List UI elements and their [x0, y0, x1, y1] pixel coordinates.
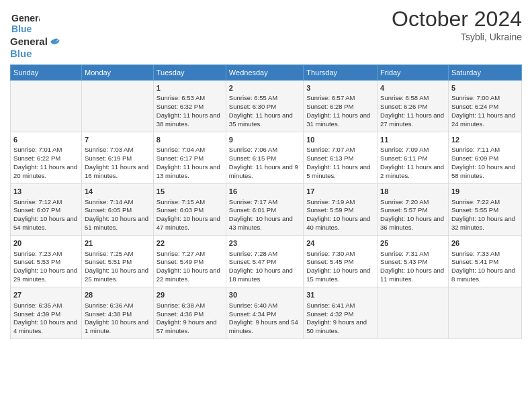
week-row-1: 6Sunrise: 7:01 AMSunset: 6:22 PMDaylight… — [11, 132, 522, 183]
header-row: Sunday Monday Tuesday Wednesday Thursday… — [11, 64, 522, 80]
svg-text:Blue: Blue — [11, 24, 32, 34]
day-info: Sunrise: 7:27 AMSunset: 5:49 PMDaylight:… — [157, 250, 223, 284]
col-friday: Friday — [378, 64, 449, 80]
day-cell: 12Sunrise: 7:11 AMSunset: 6:09 PMDayligh… — [448, 132, 521, 183]
day-info: Sunrise: 7:20 AMSunset: 5:57 PMDaylight:… — [380, 198, 445, 232]
day-cell: 4Sunrise: 6:58 AMSunset: 6:26 PMDaylight… — [378, 80, 449, 132]
week-row-0: 1Sunrise: 6:53 AMSunset: 6:32 PMDaylight… — [11, 80, 522, 132]
day-cell — [378, 287, 449, 338]
day-cell: 16Sunrise: 7:17 AMSunset: 6:01 PMDayligh… — [226, 183, 303, 235]
day-number: 24 — [306, 238, 374, 248]
day-info: Sunrise: 7:14 AMSunset: 6:05 PMDaylight:… — [85, 198, 150, 232]
day-cell: 20Sunrise: 7:23 AMSunset: 5:53 PMDayligh… — [11, 235, 82, 287]
day-cell: 22Sunrise: 7:27 AMSunset: 5:49 PMDayligh… — [153, 235, 226, 287]
day-info: Sunrise: 7:03 AMSunset: 6:19 PMDaylight:… — [85, 146, 150, 180]
logo: General Blue General Blue — [10, 7, 61, 59]
day-info: Sunrise: 7:17 AMSunset: 6:01 PMDaylight:… — [229, 198, 300, 232]
day-number: 28 — [85, 290, 150, 300]
day-info: Sunrise: 7:07 AMSunset: 6:13 PMDaylight:… — [306, 146, 374, 180]
col-monday: Monday — [81, 64, 153, 80]
logo-bird-icon — [49, 36, 61, 47]
day-info: Sunrise: 6:35 AMSunset: 4:39 PMDaylight:… — [13, 302, 79, 336]
day-cell: 18Sunrise: 7:20 AMSunset: 5:57 PMDayligh… — [378, 183, 449, 235]
day-info: Sunrise: 6:38 AMSunset: 4:36 PMDaylight:… — [157, 302, 223, 336]
day-info: Sunrise: 7:09 AMSunset: 6:11 PMDaylight:… — [380, 146, 445, 180]
header: General Blue General Blue October 2024 T… — [10, 7, 522, 59]
day-cell: 11Sunrise: 7:09 AMSunset: 6:11 PMDayligh… — [378, 132, 449, 183]
day-cell: 1Sunrise: 6:53 AMSunset: 6:32 PMDaylight… — [153, 80, 226, 132]
day-cell: 17Sunrise: 7:19 AMSunset: 5:59 PMDayligh… — [304, 183, 378, 235]
day-info: Sunrise: 7:30 AMSunset: 5:45 PMDaylight:… — [306, 250, 374, 284]
day-number: 31 — [306, 290, 374, 300]
day-info: Sunrise: 7:19 AMSunset: 5:59 PMDaylight:… — [306, 198, 374, 232]
col-wednesday: Wednesday — [226, 64, 303, 80]
week-row-4: 27Sunrise: 6:35 AMSunset: 4:39 PMDayligh… — [11, 287, 522, 338]
day-info: Sunrise: 6:55 AMSunset: 6:30 PMDaylight:… — [229, 94, 300, 128]
col-sunday: Sunday — [11, 64, 82, 80]
day-cell: 9Sunrise: 7:06 AMSunset: 6:15 PMDaylight… — [226, 132, 303, 183]
day-cell: 31Sunrise: 6:41 AMSunset: 4:32 PMDayligh… — [304, 287, 378, 338]
day-number: 15 — [157, 187, 223, 197]
day-number: 4 — [380, 83, 445, 93]
col-saturday: Saturday — [448, 64, 521, 80]
day-number: 11 — [380, 135, 445, 145]
day-info: Sunrise: 7:31 AMSunset: 5:43 PMDaylight:… — [380, 250, 445, 284]
day-number: 1 — [157, 83, 223, 93]
day-number: 6 — [13, 135, 79, 145]
day-cell: 26Sunrise: 7:33 AMSunset: 5:41 PMDayligh… — [448, 235, 521, 287]
day-number: 30 — [229, 290, 300, 300]
day-info: Sunrise: 7:23 AMSunset: 5:53 PMDaylight:… — [13, 250, 79, 284]
day-info: Sunrise: 7:11 AMSunset: 6:09 PMDaylight:… — [451, 146, 519, 180]
day-cell: 15Sunrise: 7:15 AMSunset: 6:03 PMDayligh… — [153, 183, 226, 235]
day-number: 12 — [451, 135, 519, 145]
day-number: 7 — [85, 135, 150, 145]
day-number: 13 — [13, 187, 79, 197]
day-info: Sunrise: 7:22 AMSunset: 5:55 PMDaylight:… — [451, 198, 519, 232]
day-cell: 13Sunrise: 7:12 AMSunset: 6:07 PMDayligh… — [11, 183, 82, 235]
day-cell: 14Sunrise: 7:14 AMSunset: 6:05 PMDayligh… — [81, 183, 153, 235]
logo-icon: General Blue — [10, 7, 40, 36]
day-number: 14 — [85, 187, 150, 197]
day-cell: 23Sunrise: 7:28 AMSunset: 5:47 PMDayligh… — [226, 235, 303, 287]
day-info: Sunrise: 7:00 AMSunset: 6:24 PMDaylight:… — [451, 94, 519, 128]
day-cell: 21Sunrise: 7:25 AMSunset: 5:51 PMDayligh… — [81, 235, 153, 287]
day-number: 27 — [13, 290, 79, 300]
title-block: October 2024 Tsybli, Ukraine — [392, 7, 522, 42]
day-number: 26 — [451, 238, 519, 248]
day-info: Sunrise: 6:40 AMSunset: 4:34 PMDaylight:… — [229, 302, 300, 336]
col-thursday: Thursday — [304, 64, 378, 80]
day-cell: 25Sunrise: 7:31 AMSunset: 5:43 PMDayligh… — [378, 235, 449, 287]
day-cell: 29Sunrise: 6:38 AMSunset: 4:36 PMDayligh… — [153, 287, 226, 338]
day-info: Sunrise: 7:25 AMSunset: 5:51 PMDaylight:… — [85, 250, 150, 284]
day-info: Sunrise: 7:01 AMSunset: 6:22 PMDaylight:… — [13, 146, 79, 180]
day-number: 17 — [306, 187, 374, 197]
day-cell: 27Sunrise: 6:35 AMSunset: 4:39 PMDayligh… — [11, 287, 82, 338]
day-number: 25 — [380, 238, 445, 248]
day-info: Sunrise: 7:04 AMSunset: 6:17 PMDaylight:… — [157, 146, 223, 180]
day-number: 5 — [451, 83, 519, 93]
day-info: Sunrise: 6:41 AMSunset: 4:32 PMDaylight:… — [306, 302, 374, 336]
day-info: Sunrise: 7:28 AMSunset: 5:47 PMDaylight:… — [229, 250, 300, 284]
page-container: General Blue General Blue October 2024 T… — [0, 0, 532, 346]
day-info: Sunrise: 7:15 AMSunset: 6:03 PMDaylight:… — [157, 198, 223, 232]
day-cell: 19Sunrise: 7:22 AMSunset: 5:55 PMDayligh… — [448, 183, 521, 235]
location: Tsybli, Ukraine — [392, 32, 522, 42]
calendar-table: Sunday Monday Tuesday Wednesday Thursday… — [10, 64, 522, 339]
day-number: 10 — [306, 135, 374, 145]
day-cell — [448, 287, 521, 338]
logo-general: General — [10, 36, 48, 48]
day-cell: 24Sunrise: 7:30 AMSunset: 5:45 PMDayligh… — [304, 235, 378, 287]
day-number: 21 — [85, 238, 150, 248]
day-cell: 3Sunrise: 6:57 AMSunset: 6:28 PMDaylight… — [304, 80, 378, 132]
day-info: Sunrise: 7:33 AMSunset: 5:41 PMDaylight:… — [451, 250, 519, 284]
day-info: Sunrise: 6:57 AMSunset: 6:28 PMDaylight:… — [306, 94, 374, 128]
week-row-2: 13Sunrise: 7:12 AMSunset: 6:07 PMDayligh… — [11, 183, 522, 235]
day-info: Sunrise: 6:58 AMSunset: 6:26 PMDaylight:… — [380, 94, 445, 128]
day-number: 16 — [229, 187, 300, 197]
day-cell: 2Sunrise: 6:55 AMSunset: 6:30 PMDaylight… — [226, 80, 303, 132]
day-number: 2 — [229, 83, 300, 93]
col-tuesday: Tuesday — [153, 64, 226, 80]
day-number: 18 — [380, 187, 445, 197]
day-number: 23 — [229, 238, 300, 248]
day-number: 20 — [13, 238, 79, 248]
